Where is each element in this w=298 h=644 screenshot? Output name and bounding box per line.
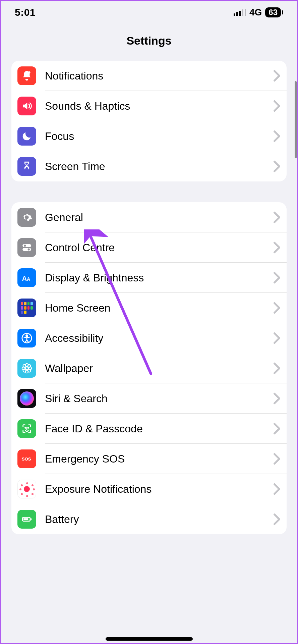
chevron-right-icon <box>273 332 281 344</box>
settings-list[interactable]: Notifications Sounds & Haptics Focus Scr… <box>1 61 297 534</box>
svg-point-19 <box>28 427 28 428</box>
svg-rect-22 <box>31 518 32 520</box>
row-label: Face ID & Passcode <box>43 423 273 435</box>
row-label: Display & Brightness <box>43 272 273 284</box>
row-label: Sounds & Haptics <box>43 100 273 112</box>
home-indicator[interactable] <box>106 637 193 641</box>
chevron-right-icon <box>273 100 281 112</box>
svg-point-4 <box>28 249 30 251</box>
chevron-right-icon <box>273 483 281 495</box>
settings-row-wallpaper[interactable]: Wallpaper <box>11 353 287 383</box>
scroll-indicator <box>295 81 297 158</box>
moon-icon <box>17 127 36 146</box>
settings-group-notifications: Notifications Sounds & Haptics Focus Scr… <box>11 61 287 181</box>
status-bar: 5:01 4G 63 <box>1 1 297 24</box>
settings-row-control-centre[interactable]: Control Centre <box>11 232 287 263</box>
flower-icon <box>17 359 36 378</box>
settings-row-emergency-sos[interactable]: SOS Emergency SOS <box>11 444 287 474</box>
settings-row-siri[interactable]: Siri & Search <box>11 383 287 414</box>
battery-indicator: 63 <box>265 7 283 17</box>
chevron-right-icon <box>273 241 281 254</box>
toggles-icon <box>17 238 36 257</box>
svg-rect-3 <box>22 248 31 251</box>
row-label: Accessibility <box>43 332 273 344</box>
svg-text:SOS: SOS <box>22 457 31 462</box>
navigation-bar: Settings <box>1 24 297 61</box>
text-size-icon: AA <box>17 268 36 287</box>
bell-icon <box>17 66 36 85</box>
battery-percent: 63 <box>265 7 281 17</box>
row-label: Focus <box>43 130 273 143</box>
sos-icon: SOS <box>17 449 36 468</box>
cellular-signal-icon <box>234 9 246 16</box>
svg-point-0 <box>28 71 31 74</box>
svg-text:A: A <box>27 276 30 282</box>
settings-row-faceid[interactable]: Face ID & Passcode <box>11 414 287 444</box>
svg-rect-23 <box>23 518 28 520</box>
svg-point-9 <box>25 367 28 370</box>
chevron-right-icon <box>273 513 281 525</box>
svg-point-18 <box>25 427 26 428</box>
svg-rect-1 <box>22 244 31 247</box>
svg-point-2 <box>24 245 26 247</box>
network-label: 4G <box>249 7 262 18</box>
row-label: Screen Time <box>43 160 273 173</box>
settings-row-exposure[interactable]: Exposure Notifications <box>11 474 287 504</box>
settings-row-display[interactable]: AA Display & Brightness <box>11 263 287 293</box>
settings-row-general[interactable]: General <box>11 202 287 232</box>
page-title: Settings <box>1 34 297 47</box>
chevron-right-icon <box>273 130 281 142</box>
row-label: Notifications <box>43 70 273 82</box>
row-label: General <box>43 211 273 224</box>
row-label: Emergency SOS <box>43 453 273 465</box>
settings-row-focus[interactable]: Focus <box>11 121 287 151</box>
accessibility-icon <box>17 329 36 347</box>
settings-row-battery[interactable]: Battery <box>11 504 287 534</box>
settings-row-screen-time[interactable]: Screen Time <box>11 151 287 181</box>
chevron-right-icon <box>273 272 281 284</box>
settings-row-notifications[interactable]: Notifications <box>11 61 287 91</box>
chevron-right-icon <box>273 392 281 405</box>
chevron-right-icon <box>273 160 281 172</box>
row-label: Control Centre <box>43 241 273 254</box>
home-screen-icon <box>17 299 36 317</box>
svg-point-8 <box>26 335 27 336</box>
row-label: Home Screen <box>43 302 273 314</box>
row-label: Battery <box>43 513 273 526</box>
chevron-right-icon <box>273 70 281 82</box>
row-label: Exposure Notifications <box>43 483 273 495</box>
chevron-right-icon <box>273 423 281 435</box>
row-label: Wallpaper <box>43 362 273 375</box>
gear-icon <box>17 208 36 227</box>
faceid-icon <box>17 419 36 438</box>
chevron-right-icon <box>273 362 281 374</box>
settings-group-general: General Control Centre AA Display & Brig… <box>11 202 287 534</box>
chevron-right-icon <box>273 453 281 465</box>
chevron-right-icon <box>273 302 281 314</box>
hourglass-icon <box>17 157 36 176</box>
settings-row-home-screen[interactable]: Home Screen <box>11 293 287 323</box>
settings-row-sounds[interactable]: Sounds & Haptics <box>11 91 287 121</box>
exposure-icon <box>17 480 36 498</box>
svg-text:A: A <box>22 275 27 282</box>
status-right: 4G 63 <box>234 7 283 18</box>
battery-icon <box>17 510 36 529</box>
settings-row-accessibility[interactable]: Accessibility <box>11 323 287 353</box>
status-time: 5:01 <box>15 7 36 18</box>
row-label: Siri & Search <box>43 392 273 405</box>
speaker-icon <box>17 97 36 115</box>
chevron-right-icon <box>273 211 281 223</box>
siri-icon <box>17 389 36 408</box>
